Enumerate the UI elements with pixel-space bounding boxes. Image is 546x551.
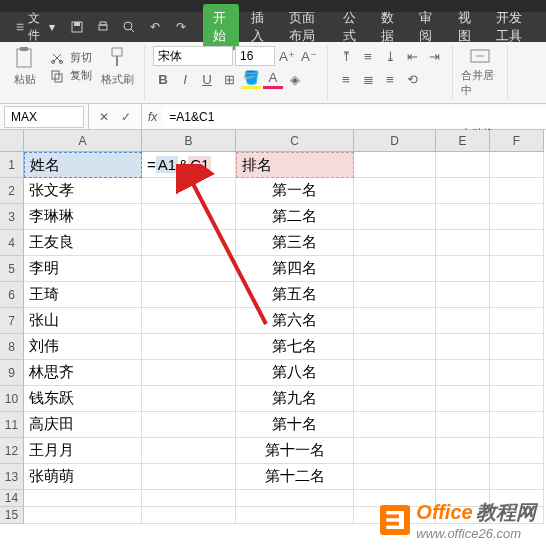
cell-C1[interactable]: 排名: [236, 152, 354, 178]
row-header-10[interactable]: 10: [0, 386, 24, 412]
copy-button[interactable]: 复制: [50, 68, 92, 83]
cell-E13[interactable]: [436, 464, 490, 490]
cell-E8[interactable]: [436, 334, 490, 360]
undo-icon[interactable]: ↶: [145, 17, 165, 37]
cell-F6[interactable]: [490, 282, 544, 308]
accept-formula-button[interactable]: ✓: [117, 108, 135, 126]
row-header-15[interactable]: 15: [0, 507, 24, 524]
cell-C10[interactable]: 第九名: [236, 386, 354, 412]
cell-C15[interactable]: [236, 507, 354, 524]
row-header-2[interactable]: 2: [0, 178, 24, 204]
cell-A14[interactable]: [24, 490, 142, 507]
cell-E4[interactable]: [436, 230, 490, 256]
cell-D1[interactable]: [354, 152, 436, 178]
cell-B3[interactable]: [142, 204, 236, 230]
row-header-6[interactable]: 6: [0, 282, 24, 308]
cell-C8[interactable]: 第七名: [236, 334, 354, 360]
cell-A12[interactable]: 王月月: [24, 438, 142, 464]
decrease-font-button[interactable]: A⁻: [299, 46, 319, 66]
row-header-9[interactable]: 9: [0, 360, 24, 386]
cell-B15[interactable]: [142, 507, 236, 524]
cell-B6[interactable]: [142, 282, 236, 308]
cell-C4[interactable]: 第三名: [236, 230, 354, 256]
increase-font-button[interactable]: A⁺: [277, 46, 297, 66]
cell-C14[interactable]: [236, 490, 354, 507]
align-center-button[interactable]: ≣: [358, 69, 378, 89]
cell-F9[interactable]: [490, 360, 544, 386]
underline-button[interactable]: U: [197, 69, 217, 89]
indent-increase-button[interactable]: ⇥: [424, 46, 444, 66]
cell-A10[interactable]: 钱东跃: [24, 386, 142, 412]
cell-B10[interactable]: [142, 386, 236, 412]
tab-start[interactable]: 开始: [203, 4, 239, 50]
formula-input[interactable]: [163, 107, 546, 127]
cell-A3[interactable]: 李琳琳: [24, 204, 142, 230]
tab-view[interactable]: 视图: [448, 4, 484, 50]
cell-D6[interactable]: [354, 282, 436, 308]
cell-A7[interactable]: 张山: [24, 308, 142, 334]
cell-A6[interactable]: 王琦: [24, 282, 142, 308]
font-size-select[interactable]: [235, 46, 275, 66]
cell-C7[interactable]: 第六名: [236, 308, 354, 334]
cell-F2[interactable]: [490, 178, 544, 204]
tab-formula[interactable]: 公式: [333, 4, 369, 50]
row-header-7[interactable]: 7: [0, 308, 24, 334]
format-painter-button[interactable]: 格式刷: [98, 46, 136, 87]
align-left-button[interactable]: ≡: [336, 69, 356, 89]
cell-D2[interactable]: [354, 178, 436, 204]
col-header-a[interactable]: A: [24, 130, 142, 152]
cell-C6[interactable]: 第五名: [236, 282, 354, 308]
align-right-button[interactable]: ≡: [380, 69, 400, 89]
row-header-5[interactable]: 5: [0, 256, 24, 282]
row-header-13[interactable]: 13: [0, 464, 24, 490]
row-header-4[interactable]: 4: [0, 230, 24, 256]
cell-E7[interactable]: [436, 308, 490, 334]
row-header-14[interactable]: 14: [0, 490, 24, 507]
print-icon[interactable]: [93, 17, 113, 37]
cell-D3[interactable]: [354, 204, 436, 230]
cell-D12[interactable]: [354, 438, 436, 464]
cell-F11[interactable]: [490, 412, 544, 438]
indent-decrease-button[interactable]: ⇤: [402, 46, 422, 66]
cell-F13[interactable]: [490, 464, 544, 490]
cell-B5[interactable]: [142, 256, 236, 282]
file-menu[interactable]: 文件 ▾: [8, 6, 63, 48]
cell-D7[interactable]: [354, 308, 436, 334]
font-name-select[interactable]: [153, 46, 233, 66]
cell-F3[interactable]: [490, 204, 544, 230]
preview-icon[interactable]: [119, 17, 139, 37]
tab-insert[interactable]: 插入: [241, 4, 277, 50]
cell-C11[interactable]: 第十名: [236, 412, 354, 438]
orientation-button[interactable]: ⟲: [402, 69, 422, 89]
cell-A8[interactable]: 刘伟: [24, 334, 142, 360]
border-button[interactable]: ⊞: [219, 69, 239, 89]
merge-button[interactable]: 合并居中: [461, 46, 499, 98]
cell-D11[interactable]: [354, 412, 436, 438]
name-box[interactable]: [4, 106, 84, 128]
col-header-c[interactable]: C: [236, 130, 354, 152]
cell-C2[interactable]: 第一名: [236, 178, 354, 204]
cell-F7[interactable]: [490, 308, 544, 334]
align-top-button[interactable]: ⤒: [336, 46, 356, 66]
cell-A13[interactable]: 张萌萌: [24, 464, 142, 490]
font-color-button[interactable]: A: [263, 69, 283, 89]
row-header-11[interactable]: 11: [0, 412, 24, 438]
tab-review[interactable]: 审阅: [409, 4, 445, 50]
cell-A4[interactable]: 王友良: [24, 230, 142, 256]
cell-E11[interactable]: [436, 412, 490, 438]
cell-E2[interactable]: [436, 178, 490, 204]
cut-button[interactable]: 剪切: [50, 50, 92, 65]
bold-button[interactable]: B: [153, 69, 173, 89]
cell-B9[interactable]: [142, 360, 236, 386]
cell-D8[interactable]: [354, 334, 436, 360]
cell-E6[interactable]: [436, 282, 490, 308]
tab-layout[interactable]: 页面布局: [279, 4, 331, 50]
row-header-12[interactable]: 12: [0, 438, 24, 464]
cell-E9[interactable]: [436, 360, 490, 386]
cell-E3[interactable]: [436, 204, 490, 230]
tab-dev[interactable]: 开发工具: [486, 4, 538, 50]
cell-A15[interactable]: [24, 507, 142, 524]
cell-B12[interactable]: [142, 438, 236, 464]
row-header-3[interactable]: 3: [0, 204, 24, 230]
cell-A9[interactable]: 林思齐: [24, 360, 142, 386]
